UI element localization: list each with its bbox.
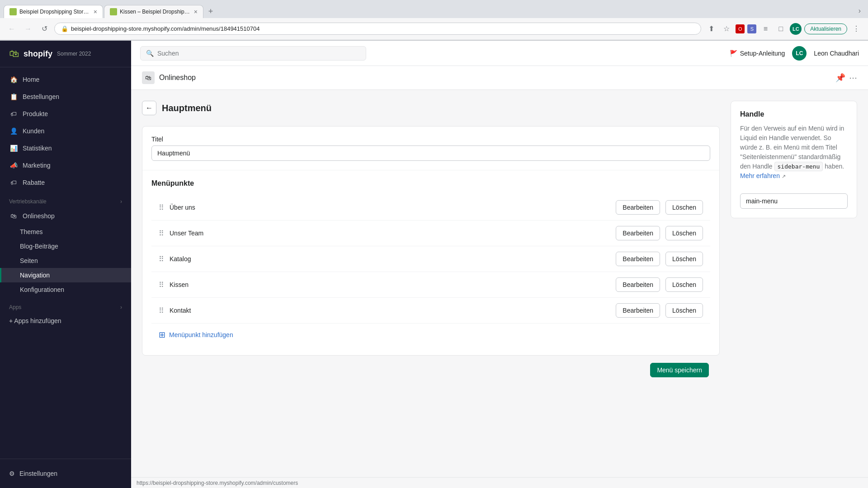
sidebar-sub-item-config[interactable]: Konfigurationen	[0, 282, 131, 297]
page-content: ← Hauptmenü Titel Menüpunkte ⠿	[131, 90, 868, 395]
edit-button-5[interactable]: Bearbeiten	[616, 303, 660, 318]
sidebar-item-onlineshop-label: Onlineshop	[23, 212, 55, 220]
ext3-button[interactable]: □	[774, 23, 787, 35]
external-link-icon: ↗	[782, 174, 786, 179]
reload-button[interactable]: ↺	[38, 23, 51, 35]
add-menu-item-button[interactable]: ⊞ Menüpunkt hinzufügen	[151, 324, 710, 346]
settings-icon: ⚙	[9, 470, 15, 477]
edit-button-2[interactable]: Bearbeiten	[616, 226, 660, 240]
menu-item-row-4: ⠿ Kissen Bearbeiten Löschen	[151, 272, 710, 298]
forward-button[interactable]: →	[22, 23, 34, 35]
save-button[interactable]: Menü speichern	[650, 363, 709, 377]
sidebar-item-statistics[interactable]: 📊 Statistiken	[0, 140, 131, 157]
tab-favicon-2	[110, 8, 117, 15]
browser-profile-icon[interactable]: LC	[790, 23, 802, 35]
onlineshop-icon: 🛍	[9, 211, 18, 221]
menu-item-name-2: Unser Team	[170, 230, 610, 237]
learn-more-link[interactable]: Mehr erfahren	[740, 172, 780, 179]
sidebar-item-home[interactable]: 🏠 Home	[0, 71, 131, 88]
handle-value-input[interactable]	[740, 193, 848, 209]
browser-toolbar: ← → ↺ 🔒 beispiel-dropshipping-store.mysh…	[0, 18, 868, 40]
bookmark-button[interactable]: ☆	[720, 23, 733, 35]
sidebar-item-marketing[interactable]: 📣 Marketing	[0, 157, 131, 174]
user-avatar[interactable]: LC	[792, 46, 807, 61]
main-content: 🛍 Onlineshop 📌 ⋯ ← Hauptmenü Titel	[131, 66, 868, 477]
drag-handle-5[interactable]: ⠿	[159, 306, 164, 315]
sidebar-item-add-apps[interactable]: + Apps hinzufügen	[0, 313, 131, 328]
ext2-button[interactable]: ≡	[759, 23, 772, 35]
customers-icon: 👤	[9, 127, 18, 136]
sidebar-item-customers-label: Kunden	[23, 127, 44, 135]
sidebar-item-statistics-label: Statistiken	[23, 145, 52, 152]
menu-item-row-5: ⠿ Kontakt Bearbeiten Löschen	[151, 298, 710, 324]
menu-item-row-1: ⠿ Über uns Bearbeiten Löschen	[151, 195, 710, 221]
search-box[interactable]: 🔍 Suchen	[140, 46, 366, 61]
setup-guide-link[interactable]: 🚩 Setup-Anleitung	[730, 50, 785, 57]
menu-item-name-5: Kontakt	[170, 307, 610, 314]
delete-button-4[interactable]: Löschen	[665, 277, 703, 292]
browser-tabs: Beispiel Dropshipping Store ·... × Kisse…	[0, 0, 868, 18]
sidebar-navigation: 🏠 Home 📋 Bestellungen 🏷 Produkte 👤 Kunde…	[0, 67, 131, 459]
browser-tab-1[interactable]: Beispiel Dropshipping Store ·... ×	[4, 5, 103, 18]
sidebar-item-discounts[interactable]: 🏷 Rabatte	[0, 174, 131, 191]
sidebar: 🛍 shopify Sommer 2022 🏠 Home 📋 Bestellun…	[0, 41, 131, 488]
back-button[interactable]: ←	[142, 101, 156, 115]
delete-button-1[interactable]: Löschen	[665, 200, 703, 215]
discounts-icon: 🏷	[9, 178, 18, 187]
menu-item-row-2: ⠿ Unser Team Bearbeiten Löschen	[151, 221, 710, 246]
address-bar[interactable]: 🔒 beispiel-dropshipping-store.myshopify.…	[54, 23, 701, 35]
sidebar-sub-item-blog[interactable]: Blog-Beiträge	[0, 239, 131, 253]
back-button[interactable]: ←	[5, 23, 18, 35]
sidebar-item-products[interactable]: 🏷 Produkte	[0, 105, 131, 122]
edit-button-1[interactable]: Bearbeiten	[616, 200, 660, 215]
sales-channels-chevron[interactable]: ›	[120, 198, 122, 205]
title-input[interactable]	[151, 145, 710, 161]
delete-button-5[interactable]: Löschen	[665, 303, 703, 318]
sidebar-item-settings[interactable]: ⚙ Einstellungen	[9, 466, 122, 481]
title-field-label: Titel	[151, 136, 710, 143]
tab-close-2[interactable]: ×	[194, 8, 198, 15]
products-icon: 🏷	[9, 109, 18, 118]
handle-code-example: sidebar-menu	[774, 162, 823, 171]
edit-button-3[interactable]: Bearbeiten	[616, 252, 660, 266]
page-title: Hauptmenü	[162, 103, 212, 113]
sidebar-sub-item-navigation[interactable]: Navigation	[0, 268, 131, 282]
menu-items-title: Menüpunkte	[151, 179, 710, 188]
sidebar-item-orders[interactable]: 📋 Bestellungen	[0, 88, 131, 105]
menu-item-name-3: Katalog	[170, 255, 610, 263]
content-more-button[interactable]: ⋯	[849, 73, 857, 83]
sidebar-sub-item-pages[interactable]: Seiten	[0, 253, 131, 268]
tab-favicon-1	[9, 8, 17, 15]
sidebar-item-customers[interactable]: 👤 Kunden	[0, 122, 131, 140]
menu-item-name-4: Kissen	[170, 281, 610, 288]
tab-close-1[interactable]: ×	[94, 8, 97, 15]
delete-button-3[interactable]: Löschen	[665, 252, 703, 266]
drag-handle-1[interactable]: ⠿	[159, 203, 164, 212]
topbar: 🔍 Suchen 🚩 Setup-Anleitung LC Leon Chaud…	[131, 41, 868, 66]
share-button[interactable]: ⬆	[705, 23, 717, 35]
drag-handle-4[interactable]: ⠿	[159, 281, 164, 289]
handle-description-part2: haben.	[825, 163, 844, 170]
username-label[interactable]: Leon Chaudhari	[814, 50, 859, 57]
address-text: beispiel-dropshipping-store.myshopify.co…	[71, 25, 694, 32]
drag-handle-2[interactable]: ⠿	[159, 229, 164, 238]
apps-chevron[interactable]: ›	[120, 304, 122, 310]
browser-action-buttons: ⬆ ☆ O S ≡ □ LC Aktualisieren ⋮	[705, 23, 863, 35]
sidebar-sub-item-themes[interactable]: Themes	[0, 225, 131, 239]
edit-button-4[interactable]: Bearbeiten	[616, 277, 660, 292]
sidebar-item-marketing-label: Marketing	[23, 162, 50, 169]
drag-handle-3[interactable]: ⠿	[159, 255, 164, 263]
ext1-icon: S	[747, 24, 756, 33]
update-button[interactable]: Aktualisieren	[804, 23, 847, 34]
tab-title-2: Kissen – Beispiel Dropshipping...	[120, 9, 191, 15]
delete-button-2[interactable]: Löschen	[665, 226, 703, 240]
sidebar-item-onlineshop[interactable]: 🛍 Onlineshop	[0, 207, 131, 225]
pin-button[interactable]: 📌	[835, 73, 845, 83]
home-icon: 🏠	[9, 75, 18, 84]
browser-more-button[interactable]: ⋮	[850, 23, 863, 35]
new-tab-button[interactable]: +	[204, 5, 217, 18]
shopify-season-label: Sommer 2022	[57, 51, 91, 57]
browser-tab-2[interactable]: Kissen – Beispiel Dropshipping... ×	[104, 5, 203, 18]
sidebar-item-home-label: Home	[23, 76, 39, 83]
tab-overflow[interactable]: ›	[859, 7, 864, 15]
